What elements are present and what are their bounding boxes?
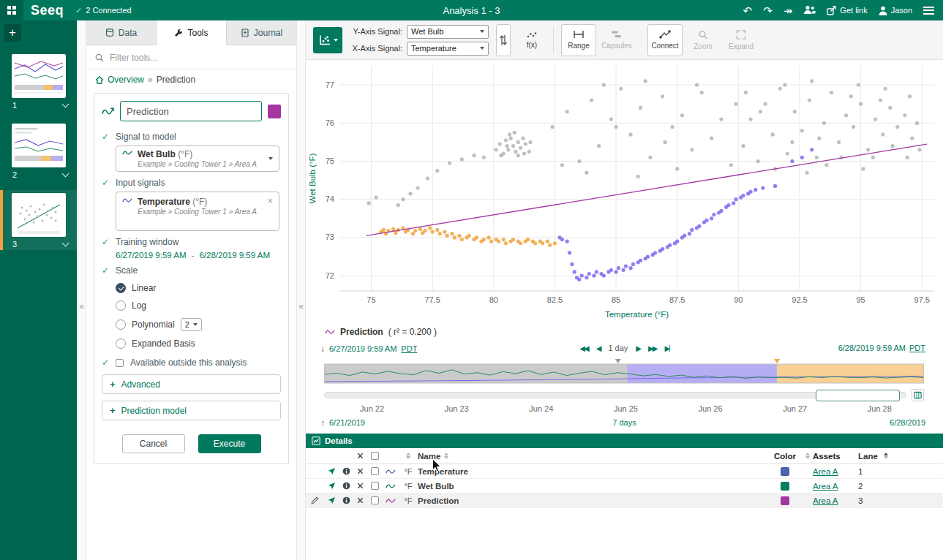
worksheet-preview[interactable] [12,193,66,237]
worksheet-menu-chevron-icon[interactable] [62,101,69,108]
filter-tools-input[interactable] [110,53,288,63]
sidebar-collapse-gutter[interactable]: « [77,20,86,560]
available-outside-checkbox[interactable] [116,359,124,367]
collapse-panel-icon[interactable]: « [297,301,305,311]
remove-signal-icon[interactable]: × [267,195,273,206]
color-column-header[interactable]: Color [774,452,796,461]
worksheet-thumbnail-active[interactable]: 3 [0,190,77,250]
details-row-temperature[interactable]: °FTemperatureArea A1 [306,464,943,479]
radio-icon[interactable] [116,338,126,349]
training-start-link[interactable]: 6/27/2019 9:59 AM [116,251,187,260]
color-picker-button[interactable] [268,105,281,118]
connect-button[interactable]: Connect [647,24,683,56]
item-name[interactable]: Prediction [418,496,767,505]
range-button[interactable]: Range [561,24,596,56]
item-asset-link[interactable]: Area A [813,496,858,505]
radio-icon[interactable] [116,319,126,330]
scale-option-expanded-basis[interactable]: Expanded Basis [116,338,281,349]
scale-option-log[interactable]: Log [116,300,281,311]
sort-color-button[interactable] [805,453,810,459]
redo-button[interactable]: ↷ [763,5,773,16]
details-row-prediction[interactable]: °FPredictionArea A3 [306,493,943,508]
item-name[interactable]: Wet Bulb [418,482,767,491]
sort-lane-button[interactable] [884,453,888,459]
navigate-icon[interactable] [323,482,339,490]
execute-button[interactable]: Execute [198,434,261,453]
y-axis-signal-select[interactable]: Wet Bulb [407,25,489,39]
item-checkbox[interactable] [367,467,383,475]
panel-collapse-gutter[interactable]: « [296,20,306,560]
item-color-swatch[interactable] [767,482,803,491]
scale-option-linear[interactable]: Linear [116,283,281,293]
hamburger-menu-button[interactable] [923,7,934,15]
tab-journal[interactable]: Journal [227,20,296,45]
connection-status[interactable]: ✓ 2 Connected [75,6,132,15]
step-back-button[interactable]: ◀ [596,344,601,352]
navigate-icon[interactable] [323,496,339,504]
step-back-many-button[interactable]: ◀◀ [579,344,587,352]
item-info-icon[interactable] [339,482,353,490]
undo-button[interactable]: ↶ [743,5,753,16]
worksheet-menu-chevron-icon[interactable] [62,240,69,247]
display-end-link[interactable]: 6/28/2019 9:59 AM [838,344,906,352]
breadcrumb-overview-link[interactable]: Overview [108,75,144,85]
sort-type-button[interactable] [406,453,410,459]
timeline-preview-strip[interactable] [324,359,924,384]
prediction-name-input[interactable] [120,101,262,121]
scatter-chart[interactable]: 7273747576777577.58082.58587.59092.59597… [306,60,943,323]
item-name[interactable]: Temperature [418,467,767,476]
swap-axes-button[interactable] [496,24,511,56]
x-axis-signal-select[interactable]: Temperature [407,42,489,56]
user-menu[interactable]: Jason [879,6,912,15]
fx-button[interactable]: f(x) [518,24,546,56]
signal-to-model-select[interactable]: Wet Bulb (°F) Example » Cooling Tower 1 … [116,145,279,172]
apps-button[interactable] [0,0,23,20]
edit-item-icon[interactable] [306,496,323,504]
step-forward-many-button[interactable]: ▶▶ [648,344,656,352]
tab-data[interactable]: Data [86,20,157,45]
remove-item-icon[interactable] [353,468,367,474]
navigate-icon[interactable] [323,467,339,475]
scrollbar-track[interactable] [324,392,906,398]
item-info-icon[interactable] [339,467,353,475]
investigate-end-link[interactable]: 6/28/2019 [890,418,925,427]
radio-selected-icon[interactable] [116,283,126,293]
name-column-header[interactable]: Name [418,452,440,461]
sort-name-button[interactable] [444,453,448,459]
collaborate-users-button[interactable] [803,5,816,16]
polynomial-degree-select[interactable]: 2 [181,318,202,331]
advanced-expander[interactable]: + Advanced [102,374,281,394]
radio-icon[interactable] [116,300,126,311]
investigate-duration-link[interactable]: 7 days [612,418,636,427]
remove-item-icon[interactable] [353,483,367,489]
select-all-checkbox[interactable] [367,452,383,460]
redo-all-button[interactable]: ↠ [784,5,793,16]
remove-item-icon[interactable] [353,497,367,504]
item-asset-link[interactable]: Area A [813,482,858,491]
worksheet-thumbnail[interactable]: 1 [0,51,77,111]
new-worksheet-button[interactable]: + [4,24,21,42]
cancel-button[interactable]: Cancel [122,434,185,453]
worksheet-preview[interactable] [12,54,66,98]
worksheet-preview[interactable] [12,124,66,167]
lane-column-header[interactable]: Lane [858,452,880,461]
display-end-timezone[interactable]: PDT [909,344,925,352]
step-forward-button[interactable]: ▶ [636,344,640,352]
input-signals-box[interactable]: Temperature (°F) Example » Cooling Tower… [116,192,279,231]
item-color-swatch[interactable] [767,496,803,505]
worksheet-thumbnail[interactable]: 2 [0,121,77,181]
view-selector-button[interactable] [313,27,342,53]
auto-update-button[interactable] [912,389,924,401]
item-checkbox[interactable] [367,496,383,504]
prediction-model-expander[interactable]: + Prediction model [102,401,281,420]
remove-all-icon[interactable] [353,453,367,459]
item-asset-link[interactable]: Area A [813,467,858,476]
item-color-swatch[interactable] [767,467,803,476]
training-end-link[interactable]: 6/28/2019 9:59 AM [199,251,270,260]
details-row-wet-bulb[interactable]: °FWet BulbArea A2 [306,479,943,493]
input-signal-chip[interactable]: Temperature (°F) Example » Cooling Tower… [119,195,276,217]
worksheet-menu-chevron-icon[interactable] [62,170,69,178]
item-info-icon[interactable] [339,496,353,504]
step-to-end-button[interactable]: ▶| [664,344,669,352]
legend-signal-name[interactable]: Prediction [340,327,383,337]
